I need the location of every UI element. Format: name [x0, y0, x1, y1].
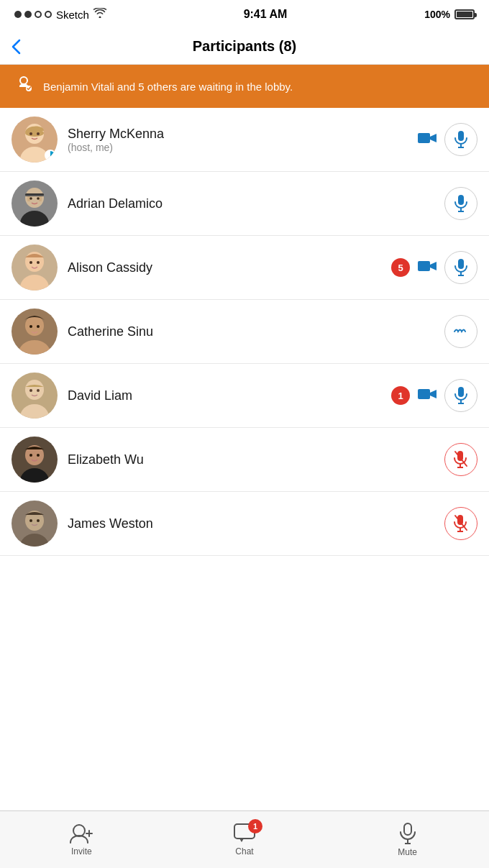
- participant-actions: [444, 315, 477, 348]
- participant-actions: 1: [391, 379, 477, 412]
- invite-icon-wrap: [70, 823, 93, 844]
- participant-info: Elizabeth Wu: [68, 452, 434, 467]
- tab-item-invite[interactable]: Invite: [0, 823, 163, 856]
- notification-badge: 5: [391, 258, 410, 277]
- participant-info: Catherine Sinu: [68, 324, 434, 339]
- svg-rect-21: [458, 195, 464, 205]
- participant-actions: [444, 187, 477, 220]
- avatar-james: [12, 501, 58, 547]
- notification-badge: 1: [391, 386, 410, 405]
- svg-rect-8: [418, 133, 430, 143]
- participant-info: James Weston: [68, 516, 434, 531]
- participant-row: Catherine Sinu: [0, 300, 489, 364]
- participant-actions: [444, 507, 477, 540]
- avatar-catherine: [12, 309, 58, 355]
- mute-icon-wrap: [400, 823, 416, 844]
- svg-rect-9: [458, 131, 464, 141]
- participant-row: James Weston: [0, 492, 489, 556]
- avatar-elizabeth: [12, 437, 58, 483]
- svg-point-20: [37, 197, 40, 200]
- video-icon: [417, 131, 437, 149]
- svg-rect-69: [404, 823, 411, 835]
- dot-1: [14, 11, 22, 18]
- participant-name: Adrian Delamico: [68, 196, 434, 211]
- battery-icon: [454, 9, 475, 19]
- tab-item-mute[interactable]: Mute: [326, 823, 489, 857]
- svg-point-60: [37, 519, 40, 522]
- status-indicator: [45, 150, 56, 161]
- tab-bar: Invite 1 Chat Mute: [0, 810, 489, 868]
- participant-actions: [444, 443, 477, 476]
- svg-point-51: [37, 454, 40, 457]
- tab-chat-label: Chat: [235, 846, 253, 856]
- participant-info: David Liam: [68, 388, 381, 403]
- participant-row: David Liam 1: [0, 364, 489, 428]
- tab-mute-label: Mute: [398, 847, 417, 857]
- mic-button-adrian[interactable]: [444, 187, 477, 220]
- mic-button-alison[interactable]: [444, 251, 477, 284]
- avatar-david: [12, 373, 58, 419]
- mic-button-david[interactable]: [444, 379, 477, 412]
- participant-actions: [417, 123, 477, 156]
- dot-3: [35, 11, 42, 18]
- svg-point-5: [25, 129, 44, 137]
- participant-actions: 5: [391, 251, 477, 284]
- participant-name: Catherine Sinu: [68, 324, 434, 339]
- lobby-banner[interactable]: Benjamin Vitali and 5 others are waiting…: [0, 65, 489, 108]
- lobby-icon: [14, 75, 33, 98]
- signal-dots: [14, 11, 52, 18]
- svg-rect-29: [418, 261, 430, 271]
- participant-row: Elizabeth Wu: [0, 428, 489, 492]
- mic-button-sherry[interactable]: [444, 123, 477, 156]
- participant-row: Adrian Delamico: [0, 172, 489, 236]
- svg-point-59: [29, 519, 32, 522]
- svg-point-6: [29, 132, 32, 135]
- svg-rect-44: [458, 387, 464, 397]
- svg-point-42: [37, 389, 40, 392]
- participants-list: Sherry McKenna (host, me): [0, 108, 489, 613]
- video-icon: [417, 387, 437, 405]
- participant-row: Sherry McKenna (host, me): [0, 108, 489, 172]
- participant-info: Sherry McKenna (host, me): [68, 127, 407, 153]
- avatar-sherry: [12, 117, 58, 163]
- participant-info: Alison Cassidy: [68, 260, 381, 275]
- svg-point-28: [37, 261, 40, 264]
- mic-button-elizabeth[interactable]: [444, 443, 477, 476]
- dot-4: [45, 11, 52, 18]
- svg-point-19: [29, 197, 32, 200]
- tab-item-chat[interactable]: 1 Chat: [163, 823, 326, 856]
- svg-rect-18: [25, 195, 44, 196]
- chat-badge: 1: [248, 819, 262, 833]
- svg-rect-43: [418, 389, 430, 399]
- participant-name: James Weston: [68, 516, 434, 531]
- svg-point-36: [29, 325, 32, 328]
- participant-name: Alison Cassidy: [68, 260, 381, 275]
- participant-sub: (host, me): [68, 142, 407, 153]
- participant-name: David Liam: [68, 388, 381, 403]
- svg-point-37: [37, 325, 40, 328]
- svg-point-50: [29, 454, 32, 457]
- dot-2: [24, 11, 32, 18]
- participant-name: Sherry McKenna: [68, 127, 407, 142]
- mic-button-catherine[interactable]: [444, 315, 477, 348]
- chat-icon-wrap: 1: [234, 823, 255, 844]
- status-time: 9:41 AM: [244, 8, 288, 21]
- avatar-adrian: [12, 181, 58, 227]
- battery-percent: 100%: [424, 9, 450, 20]
- battery-fill: [457, 12, 472, 17]
- status-right: 100%: [424, 9, 475, 20]
- page-title: Participants (8): [193, 38, 296, 55]
- tab-invite-label: Invite: [71, 846, 92, 856]
- svg-point-0: [20, 77, 27, 84]
- status-bar: Sketch 9:41 AM 100%: [0, 0, 489, 29]
- back-button[interactable]: [12, 39, 22, 55]
- avatar-alison: [12, 245, 58, 291]
- video-icon: [417, 259, 437, 277]
- svg-rect-30: [458, 259, 464, 269]
- mic-button-james[interactable]: [444, 507, 477, 540]
- svg-point-41: [29, 389, 32, 392]
- svg-point-65: [73, 825, 85, 836]
- svg-point-27: [29, 261, 32, 264]
- lobby-message: Benjamin Vitali and 5 others are waiting…: [43, 79, 293, 94]
- svg-point-7: [37, 132, 40, 135]
